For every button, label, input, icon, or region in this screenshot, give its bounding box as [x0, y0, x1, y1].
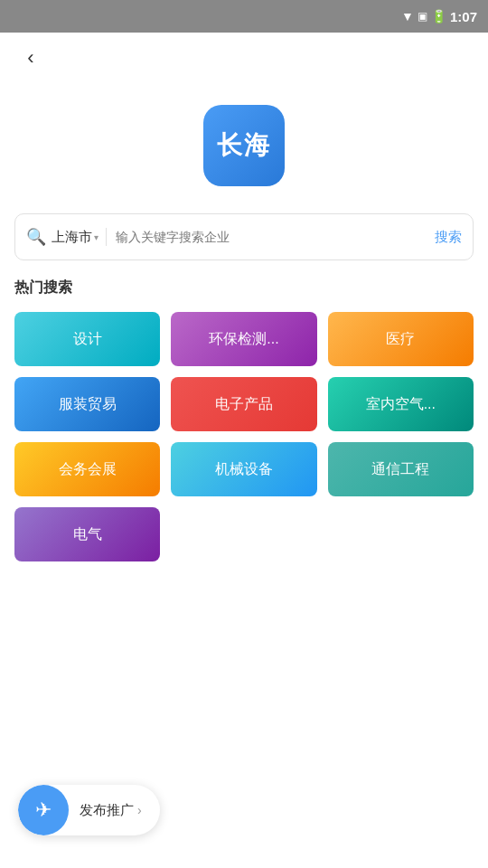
search-bar[interactable]: 🔍 上海市 ▾ 搜索: [14, 213, 474, 260]
fab-send-icon: ✈: [35, 798, 52, 822]
fab-button[interactable]: ✈: [18, 785, 69, 835]
app-icon-text: 长海: [217, 128, 271, 163]
search-input[interactable]: [116, 230, 435, 244]
status-icons: ▼ ▣ 🔋 1:07: [401, 9, 477, 24]
battery-icon: 🔋: [431, 9, 446, 24]
fab-container[interactable]: ✈ 发布推广 ›: [18, 785, 160, 835]
hot-search-tag[interactable]: 会务会展: [14, 442, 160, 496]
signal-icon: ▣: [418, 10, 427, 23]
hot-search-tag[interactable]: 机械设备: [171, 442, 316, 496]
hot-search-tag[interactable]: 环保检测...: [171, 312, 316, 366]
app-icon-section: 长海: [0, 83, 488, 204]
back-button[interactable]: ‹: [14, 42, 47, 74]
city-selector[interactable]: 上海市 ▾: [52, 229, 99, 246]
search-button[interactable]: 搜索: [435, 229, 462, 246]
hot-search-tag[interactable]: 医疗: [328, 312, 474, 366]
hot-search-tag[interactable]: 室内空气...: [328, 377, 474, 431]
search-section: 🔍 上海市 ▾ 搜索: [0, 204, 488, 278]
fab-label: 发布推广: [80, 802, 134, 819]
status-time: 1:07: [450, 9, 477, 24]
back-arrow-icon: ‹: [27, 46, 33, 70]
app-icon: 长海: [203, 105, 285, 186]
search-icon: 🔍: [26, 227, 46, 247]
hot-search-tag[interactable]: 设计: [14, 312, 160, 366]
hot-search-tag[interactable]: 电气: [14, 507, 160, 561]
city-label: 上海市: [52, 229, 92, 246]
tags-grid: 设计环保检测...医疗服装贸易电子产品室内空气...会务会展机械设备通信工程电气: [14, 312, 474, 561]
city-arrow-icon: ▾: [94, 232, 99, 242]
hot-search-tag[interactable]: 通信工程: [328, 442, 474, 496]
fab-arrow-icon: ›: [137, 803, 142, 817]
top-bar: ‹: [0, 33, 488, 83]
main-content: 长海 🔍 上海市 ▾ 搜索 热门搜索 设计环保检测...医疗服装贸易电子产品室内…: [0, 83, 488, 868]
hot-search-tag[interactable]: 电子产品: [171, 377, 316, 431]
hot-search-title: 热门搜索: [14, 278, 474, 297]
status-bar: ▼ ▣ 🔋 1:07: [0, 0, 488, 33]
hot-search-section: 热门搜索 设计环保检测...医疗服装贸易电子产品室内空气...会务会展机械设备通…: [0, 278, 488, 561]
wifi-icon: ▼: [401, 9, 414, 24]
hot-search-tag[interactable]: 服装贸易: [14, 377, 160, 431]
search-divider: [106, 228, 107, 246]
fab-area: ✈ 发布推广 ›: [0, 785, 488, 835]
